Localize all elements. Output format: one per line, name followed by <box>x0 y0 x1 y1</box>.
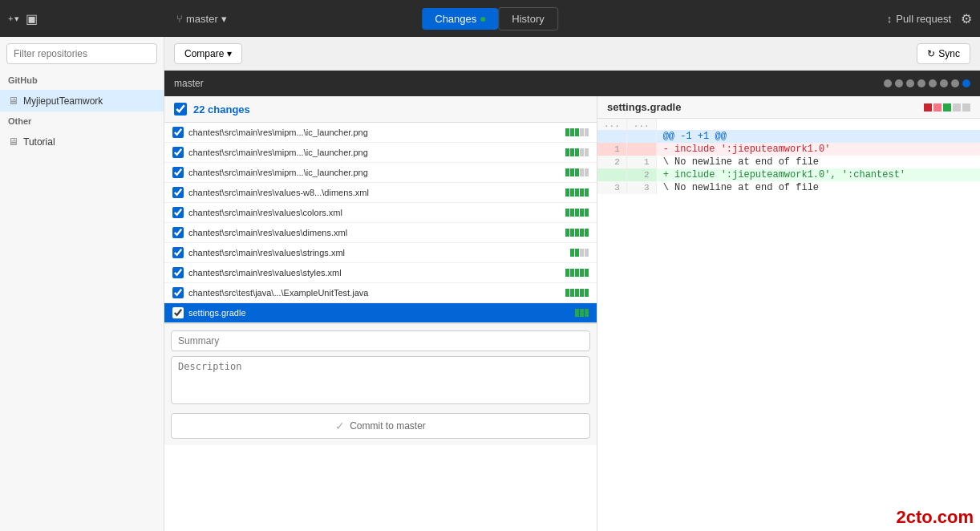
file-path: chantest\src\main\res\values\dimens.xml <box>188 228 561 237</box>
file-checkbox[interactable] <box>172 307 184 318</box>
commit-button[interactable]: ✓ Commit to master <box>171 413 590 439</box>
diff-row: ...... <box>597 119 980 130</box>
file-checkbox[interactable] <box>172 127 184 138</box>
top-bar: + ▾ ▣ ⑂ master ▾ Changes History ↕ Pull … <box>0 0 980 37</box>
commit-area: ✓ Commit to master <box>164 323 597 445</box>
file-path: chantest\src\main\res\values\colors.xml <box>188 208 561 217</box>
watermark: 2cto.com <box>889 504 980 531</box>
diff-line-num: ... <box>597 119 626 130</box>
sidebar-item-tutorial[interactable]: 🖥 Tutorial <box>0 131 164 152</box>
sync-icon: ↻ <box>927 48 935 59</box>
branch-selector[interactable]: ⑂ master ▾ <box>176 13 227 25</box>
select-all-checkbox[interactable] <box>174 103 187 116</box>
filter-repositories-input[interactable] <box>6 43 157 64</box>
diff-bars <box>565 289 589 297</box>
file-checkbox[interactable] <box>172 147 184 158</box>
diff-line-code <box>656 119 980 130</box>
diff-line-code: \ No newline at end of file <box>656 181 980 194</box>
main-layout: GitHub 🖥 MyjieputTeamwork Other 🖥 Tutori… <box>0 37 980 531</box>
file-item[interactable]: chantest\src\test\java\...\ExampleUnitTe… <box>164 283 597 303</box>
file-item[interactable]: chantest\src\main\res\values-w8...\dimen… <box>164 183 597 203</box>
file-checkbox[interactable] <box>172 287 184 298</box>
file-path: chantest\src\main\res\mipm...\ic_launche… <box>188 148 561 157</box>
file-path: chantest\src\main\res\mipm...\ic_launche… <box>188 168 561 177</box>
diff-bars <box>565 148 589 156</box>
file-path: settings.gradle <box>188 308 565 318</box>
file-checkbox[interactable] <box>172 227 184 238</box>
branch-dots <box>884 79 970 87</box>
file-item[interactable]: chantest\src\main\res\values\dimens.xml <box>164 223 597 243</box>
tab-group: Changes History <box>422 7 558 30</box>
sync-label: Sync <box>938 48 960 59</box>
commit-check-icon: ✓ <box>335 420 345 432</box>
pull-request-icon: ↕ <box>887 13 893 25</box>
file-item[interactable]: chantest\src\main\res\values\colors.xml <box>164 203 597 223</box>
sidebar-item-label: Tutorial <box>23 136 55 148</box>
diff-content: ......@@ -1 +1 @@1- include ':jieputeamw… <box>597 119 980 531</box>
github-section-label: GitHub <box>0 71 164 90</box>
file-checkbox[interactable] <box>172 167 184 178</box>
diff-bars <box>565 128 589 136</box>
file-path: chantest\src\main\res\values-w8...\dimen… <box>188 188 561 197</box>
diff-line-code: @@ -1 +1 @@ <box>656 130 980 143</box>
file-item[interactable]: chantest\src\main\res\mipm...\ic_launche… <box>164 163 597 183</box>
file-checkbox[interactable] <box>172 207 184 218</box>
file-list-header: 22 changes <box>164 96 597 123</box>
dot5 <box>929 79 937 87</box>
diff-bars <box>565 229 589 237</box>
file-item[interactable]: chantest\src\main\res\mipm...\ic_launche… <box>164 123 597 143</box>
dot7 <box>951 79 959 87</box>
repo-icon-tutorial: 🖥 <box>8 136 18 148</box>
tab-changes[interactable]: Changes <box>422 8 498 30</box>
diff-line-num <box>626 130 656 143</box>
diff-bars <box>565 269 589 277</box>
diff-filename: settings.gradle <box>607 101 681 113</box>
sidebar-toggle-button[interactable]: ▣ <box>26 11 38 26</box>
compare-button[interactable]: Compare ▾ <box>174 43 242 64</box>
pull-request-button[interactable]: ↕ Pull request <box>887 13 951 25</box>
file-item[interactable]: settings.gradle <box>164 303 597 323</box>
file-item[interactable]: chantest\src\main\res\values\styles.xml <box>164 263 597 283</box>
added-indicator <box>943 103 951 111</box>
file-checkbox[interactable] <box>172 247 184 258</box>
file-checkbox[interactable] <box>172 187 184 198</box>
file-item[interactable]: chantest\src\main\res\values\strings.xml <box>164 243 597 263</box>
branch-name-label: master <box>174 78 204 89</box>
commit-label: Commit to master <box>350 420 426 432</box>
branch-name: master <box>186 13 218 25</box>
diff-line-code: \ No newline at end of file <box>656 156 980 168</box>
compare-label: Compare <box>184 48 224 59</box>
description-textarea[interactable] <box>171 356 590 404</box>
branch-icon: ⑂ <box>176 13 183 25</box>
diff-new-num <box>626 143 656 156</box>
dot2 <box>895 79 903 87</box>
sidebar-item-label: MyjieputTeamwork <box>23 95 103 107</box>
sidebar-search-area <box>0 37 164 71</box>
diff-bars <box>565 188 589 197</box>
dot1 <box>884 79 892 87</box>
file-item[interactable]: chantest\src\main\res\mipm...\ic_launche… <box>164 143 597 163</box>
added-indicator-3 <box>962 103 970 111</box>
summary-input[interactable] <box>171 330 590 351</box>
sync-button[interactable]: ↻ Sync <box>917 43 970 64</box>
secondary-bar: Compare ▾ ↻ Sync <box>164 37 980 71</box>
changes-count: 22 changes <box>193 103 250 116</box>
diff-line-code: + include ':jieputeamwork1.0', ':chantes… <box>656 168 980 181</box>
removed-indicator-2 <box>933 103 942 111</box>
file-path: chantest\src\main\res\values\styles.xml <box>188 268 561 278</box>
diff-row: 1- include ':jieputeamwork1.0' <box>597 143 980 156</box>
diff-row: 21\ No newline at end of file <box>597 156 980 168</box>
settings-button[interactable]: ⚙ <box>961 11 972 26</box>
file-checkbox[interactable] <box>172 267 184 278</box>
sidebar-item-myjieputeamwork[interactable]: 🖥 MyjieputTeamwork <box>0 90 164 111</box>
tab-history[interactable]: History <box>498 7 557 30</box>
diff-bars <box>565 168 589 176</box>
diff-header: settings.gradle <box>597 96 980 119</box>
add-button[interactable]: + ▾ <box>8 14 19 24</box>
dot3 <box>906 79 914 87</box>
diff-pane: settings.gradle ......@@ -1 +1 @@1- incl… <box>597 96 980 531</box>
branch-dropdown-icon: ▾ <box>221 13 227 25</box>
dot6 <box>940 79 948 87</box>
dot-active <box>962 79 970 87</box>
diff-line-num: ... <box>626 119 656 130</box>
